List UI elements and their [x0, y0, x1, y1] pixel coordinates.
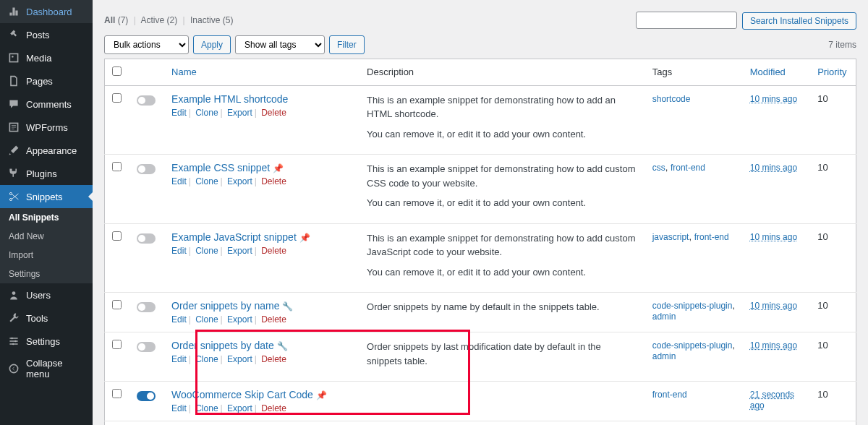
- nav-plugins[interactable]: Plugins: [0, 162, 93, 185]
- edit-link[interactable]: Edit: [171, 314, 187, 325]
- subnav-settings[interactable]: Settings: [0, 265, 93, 283]
- bulk-actions-select[interactable]: Bulk actions: [104, 35, 189, 54]
- col-name-header[interactable]: Name: [164, 59, 359, 85]
- tag-link[interactable]: admin: [652, 312, 676, 322]
- enable-toggle[interactable]: [137, 342, 156, 352]
- enable-toggle[interactable]: [137, 302, 156, 312]
- table-toolbar: Bulk actions Apply Show all tags Filter …: [104, 35, 856, 54]
- nav-pages[interactable]: Pages: [0, 69, 93, 93]
- pin-icon-inline: 📌: [316, 390, 327, 400]
- export-link[interactable]: Export: [227, 314, 252, 325]
- snippet-tags: code-snippets-plugin, admin: [645, 293, 743, 332]
- row-checkbox[interactable]: [112, 300, 122, 309]
- svg-point-1: [12, 56, 13, 57]
- row-checkbox[interactable]: [112, 93, 122, 103]
- edit-link[interactable]: Edit: [171, 403, 187, 413]
- nav-users[interactable]: Users: [0, 283, 93, 306]
- export-link[interactable]: Export: [227, 176, 252, 186]
- snippet-title-link[interactable]: Example JavaScript snippet: [171, 231, 297, 243]
- edit-link[interactable]: Edit: [171, 354, 187, 364]
- enable-toggle[interactable]: [137, 391, 156, 401]
- export-link[interactable]: Export: [227, 403, 252, 413]
- snippet-title-link[interactable]: Example CSS snippet: [171, 162, 270, 173]
- delete-link[interactable]: Delete: [261, 314, 286, 325]
- tags-filter-select[interactable]: Show all tags: [235, 35, 325, 54]
- clone-link[interactable]: Clone: [195, 246, 218, 256]
- snippets-table: Name Description Tags Modified Priority …: [104, 59, 856, 426]
- filter-active[interactable]: Active (2): [141, 15, 178, 25]
- tag-link[interactable]: front-end: [652, 390, 687, 400]
- pin-icon-inline: 🔧: [282, 301, 293, 312]
- delete-link[interactable]: Delete: [261, 246, 286, 256]
- clone-link[interactable]: Clone: [195, 314, 218, 325]
- export-link[interactable]: Export: [227, 354, 252, 364]
- table-row: WooCommerce Skip Cart Code📌 Edit| Clone|…: [105, 382, 856, 421]
- priority-value: 10: [810, 332, 856, 382]
- nav-collapse[interactable]: Collapse menu: [0, 353, 93, 385]
- search-button[interactable]: Search Installed Snippets: [742, 12, 856, 30]
- nav-settings[interactable]: Settings: [0, 330, 93, 353]
- export-link[interactable]: Export: [227, 108, 252, 118]
- clone-link[interactable]: Clone: [195, 354, 218, 364]
- delete-link[interactable]: Delete: [261, 108, 286, 118]
- nav-comments[interactable]: Comments: [0, 93, 93, 116]
- tag-link[interactable]: javascript: [652, 232, 689, 242]
- subnav-add-new[interactable]: Add New: [0, 227, 93, 246]
- filter-button[interactable]: Filter: [329, 35, 365, 54]
- enable-toggle[interactable]: [137, 164, 156, 174]
- apply-button[interactable]: Apply: [193, 35, 231, 54]
- dashboard-icon: [7, 5, 20, 18]
- snippet-title-link[interactable]: WooCommerce Skip Cart Code: [171, 389, 313, 400]
- delete-link[interactable]: Delete: [261, 354, 286, 364]
- nav-tools[interactable]: Tools: [0, 306, 93, 330]
- nav-wpforms[interactable]: WPForms: [0, 116, 93, 139]
- edit-link[interactable]: Edit: [171, 108, 187, 118]
- clone-link[interactable]: Clone: [195, 403, 218, 413]
- tag-link[interactable]: front-end: [671, 163, 705, 173]
- filter-inactive[interactable]: Inactive (5): [190, 15, 233, 25]
- nav-media[interactable]: Media: [0, 46, 93, 69]
- delete-link[interactable]: Delete: [261, 176, 286, 186]
- wrench-icon: [7, 312, 20, 325]
- row-checkbox[interactable]: [112, 162, 122, 171]
- enable-toggle[interactable]: [137, 95, 156, 106]
- snippet-description: This is an example snippet for demonstra…: [359, 223, 645, 293]
- tag-link[interactable]: front-end: [694, 232, 729, 242]
- tag-link[interactable]: code-snippets-plugin: [652, 301, 733, 311]
- edit-link[interactable]: Edit: [171, 176, 187, 186]
- tag-link[interactable]: css: [652, 163, 665, 173]
- row-checkbox[interactable]: [112, 231, 122, 241]
- nav-dashboard[interactable]: Dashboard: [0, 0, 93, 23]
- col-priority-header[interactable]: Priority: [810, 59, 856, 85]
- clone-link[interactable]: Clone: [195, 176, 218, 186]
- col-modified-header[interactable]: Modified: [743, 59, 810, 85]
- label: Snippets: [26, 192, 63, 202]
- snippet-title-link[interactable]: Order snippets by name: [171, 300, 279, 312]
- search-input[interactable]: [636, 12, 737, 29]
- nav-appearance[interactable]: Appearance: [0, 139, 93, 162]
- delete-link[interactable]: Delete: [261, 403, 286, 413]
- tag-link[interactable]: admin: [652, 351, 676, 361]
- svg-point-3: [9, 192, 12, 194]
- snippet-tags: front-end: [645, 421, 743, 426]
- row-checkbox[interactable]: [112, 340, 122, 349]
- svg-point-4: [9, 198, 12, 200]
- snippet-title-link[interactable]: Example HTML shortcode: [171, 93, 288, 105]
- enable-toggle[interactable]: [137, 233, 156, 244]
- tag-link[interactable]: shortcode: [652, 94, 691, 104]
- subnav-all-snippets[interactable]: All Snippets: [0, 208, 93, 227]
- status-filters: All (7) | Active (2) | Inactive (5): [104, 15, 233, 25]
- edit-link[interactable]: Edit: [171, 246, 187, 256]
- tag-link[interactable]: code-snippets-plugin: [652, 340, 733, 351]
- select-all-checkbox[interactable]: [112, 66, 122, 76]
- wpforms-icon: [7, 121, 20, 134]
- clone-link[interactable]: Clone: [195, 108, 218, 118]
- nav-snippets[interactable]: Snippets: [0, 185, 93, 208]
- subnav-import[interactable]: Import: [0, 246, 93, 265]
- export-link[interactable]: Export: [227, 246, 252, 256]
- label: Users: [26, 290, 51, 301]
- nav-posts[interactable]: Posts: [0, 23, 93, 46]
- pin-icon: [7, 28, 20, 41]
- snippet-title-link[interactable]: Order snippets by date: [171, 340, 274, 351]
- row-checkbox[interactable]: [112, 389, 122, 398]
